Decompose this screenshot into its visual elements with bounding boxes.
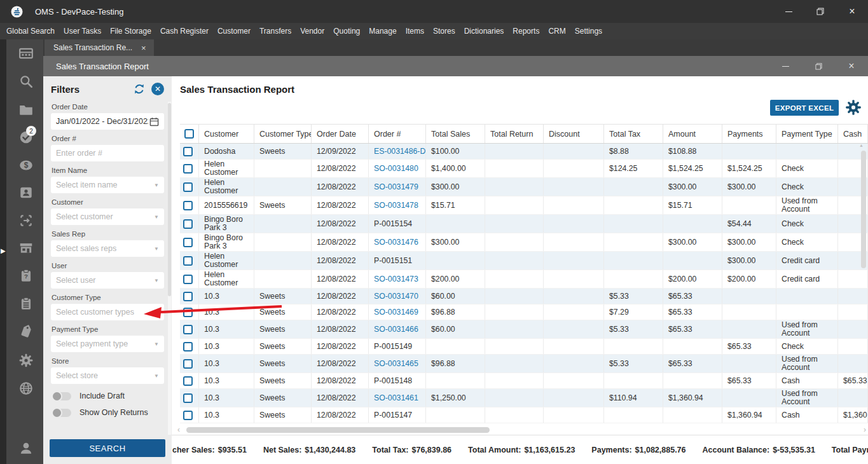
search-button[interactable]: SEARCH	[50, 439, 165, 457]
menu-item[interactable]: Settings	[570, 27, 607, 36]
table-row[interactable]: Helen Customer 12/08/2022 SO-0031480 $1,…	[180, 160, 868, 178]
order-number-link[interactable]: P-0015149	[374, 343, 412, 351]
row-checkbox[interactable]	[183, 342, 193, 351]
select-all-checkbox[interactable]	[184, 129, 194, 139]
menu-item[interactable]: Global Search	[2, 27, 59, 36]
sales-rep-select[interactable]: Select sales reps ▼	[51, 240, 164, 257]
order-number-link[interactable]: ES-0031486-D	[374, 147, 425, 156]
customer-card-icon[interactable]	[18, 185, 34, 200]
order-number-link[interactable]: P-0015148	[374, 377, 412, 385]
table-row[interactable]: Helen Customer 12/08/2022 SO-0031473 $20…	[180, 270, 868, 289]
refresh-icon[interactable]	[133, 83, 146, 95]
row-checkbox[interactable]	[183, 376, 193, 386]
table-row[interactable]: 10.3 Sweets 12/08/2022 P-0015148 $65.33 …	[180, 373, 868, 389]
table-row[interactable]: Helen Customer 12/08/2022 SO-0031479 $30…	[180, 178, 868, 196]
order-number-link[interactable]: SO-0031473	[374, 275, 418, 283]
horizontal-scrollbar[interactable]: ‹ ›	[180, 426, 866, 434]
calendar-icon[interactable]	[149, 117, 159, 126]
manage-clipboard-icon[interactable]	[18, 296, 34, 311]
table-row[interactable]: 10.3 Sweets 12/08/2022 SO-0031466 $60.00…	[180, 320, 868, 339]
table-row[interactable]: 10.3 Sweets 12/08/2022 SO-0031465 $96.88…	[180, 355, 868, 373]
inner-restore-icon[interactable]	[802, 56, 835, 76]
order-number-link[interactable]: SO-0031476	[374, 238, 418, 247]
row-checkbox[interactable]	[183, 393, 193, 403]
col-header-payments[interactable]: Payments	[722, 125, 776, 143]
row-checkbox[interactable]	[183, 256, 193, 266]
row-checkbox[interactable]	[183, 219, 193, 229]
order-date-input[interactable]: Jan/01/2022 - Dec/31/2022	[51, 113, 164, 130]
order-number-link[interactable]: P-0015154	[374, 220, 412, 228]
order-number-link[interactable]: SO-0031478	[374, 201, 418, 210]
row-checkbox[interactable]	[183, 359, 193, 369]
col-header-payment-type[interactable]: Payment Type	[776, 125, 838, 143]
settings-gear-icon[interactable]	[18, 353, 34, 368]
menu-item[interactable]: Vendor	[296, 27, 329, 36]
order-number-link[interactable]: P-0015151	[374, 257, 412, 265]
customer-select[interactable]: Select customer ▼	[51, 208, 164, 225]
row-checkbox[interactable]	[183, 275, 193, 284]
tag-icon[interactable]	[18, 324, 34, 339]
table-row[interactable]: 2015556619 Sweets 12/08/2022 SO-0031478 …	[180, 196, 868, 215]
row-checkbox[interactable]	[183, 325, 193, 334]
vertical-scrollbar-thumb[interactable]	[861, 151, 866, 268]
show-only-returns-toggle[interactable]	[52, 409, 71, 417]
col-header-customer-type[interactable]: Customer Type	[254, 125, 312, 143]
table-row[interactable]: Dodosha Sweets 12/09/2022 ES-0031486-D $…	[180, 144, 868, 160]
order-number-link[interactable]: SO-0031461	[374, 394, 418, 402]
order-number-link[interactable]: SO-0031466	[374, 325, 418, 334]
table-row[interactable]: Bingo Boro Park 3 12/08/2022 SO-0031476 …	[180, 233, 868, 252]
vertical-scrollbar[interactable]: ▲ ▼	[861, 143, 866, 416]
inner-minimize-icon[interactable]	[769, 56, 802, 76]
col-header-amount[interactable]: Amount	[663, 125, 722, 143]
tab-close-icon[interactable]: ×	[141, 43, 146, 53]
table-row[interactable]: 10.3 Sweets 12/08/2022 P-0015149 $65.33 …	[180, 339, 868, 355]
row-checkbox[interactable]	[183, 182, 193, 192]
include-draft-toggle[interactable]	[52, 392, 71, 400]
order-number-link[interactable]: SO-0031470	[374, 292, 418, 301]
payments-dollar-icon[interactable]: $	[18, 158, 34, 173]
menu-item[interactable]: Items	[401, 27, 429, 36]
menu-item[interactable]: Manage	[364, 27, 401, 36]
order-number-link[interactable]: P-0015147	[374, 411, 412, 420]
quoting-clipboard-icon[interactable]: ?	[18, 268, 34, 283]
order-number-link[interactable]: SO-0031479	[374, 183, 418, 191]
menu-item[interactable]: Stores	[429, 27, 460, 36]
menu-item[interactable]: CRM	[544, 27, 570, 36]
table-row[interactable]: 10.3 Sweets 12/08/2022 P-0015147 $1,360.…	[180, 407, 868, 423]
filters-scrollbar[interactable]	[168, 102, 171, 435]
table-row[interactable]: 10.3 Sweets 12/08/2022 SO-0031469 $96.88…	[180, 304, 868, 320]
item-name-select[interactable]: Select item name ▼	[51, 177, 164, 193]
horizontal-scrollbar-thumb[interactable]	[186, 427, 490, 433]
search-icon[interactable]	[18, 74, 34, 89]
store-icon[interactable]	[18, 240, 34, 256]
payment-type-select[interactable]: Select payment type ▼	[51, 336, 164, 352]
row-checkbox[interactable]	[183, 308, 193, 317]
tab-sales-transaction-report[interactable]: Sales Transaction Re... ×	[45, 39, 154, 56]
col-header-total-tax[interactable]: Total Tax	[604, 125, 663, 143]
table-row[interactable]: Helen Customer 12/08/2022 P-0015151 $300…	[180, 252, 868, 270]
order-number-link[interactable]: SO-0031469	[374, 308, 418, 317]
store-select[interactable]: Select store ▼	[51, 367, 164, 384]
menu-item[interactable]: Cash Register	[156, 27, 213, 36]
table-row[interactable]: Bingo Boro Park 3 12/08/2022 P-0015154 $…	[180, 215, 868, 233]
col-header-discount[interactable]: Discount	[544, 125, 604, 143]
table-row[interactable]: 10.3 Sweets 12/08/2022 SO-0031470 $60.00…	[180, 289, 868, 304]
web-globe-icon[interactable]	[18, 381, 34, 396]
menu-item[interactable]: Dictionaries	[460, 27, 509, 36]
transfers-icon[interactable]	[18, 213, 34, 228]
row-checkbox[interactable]	[183, 164, 193, 174]
export-excel-button[interactable]: EXPORT EXCEL	[770, 100, 839, 116]
row-checkbox[interactable]	[183, 411, 193, 420]
menu-item[interactable]: Customer	[213, 27, 255, 36]
order-number-link[interactable]: SO-0031480	[374, 165, 418, 173]
restore-icon[interactable]	[804, 0, 836, 23]
row-checkbox[interactable]	[183, 147, 193, 156]
col-header-total-return[interactable]: Total Return	[485, 125, 544, 143]
row-checkbox[interactable]	[183, 238, 193, 247]
order-number-input[interactable]	[51, 145, 164, 161]
order-number-link[interactable]: SO-0031465	[374, 360, 418, 368]
table-row[interactable]: 10.3 Sweets 12/08/2022 SO-0031461 $1,250…	[180, 389, 868, 407]
customer-type-select[interactable]: Select customer types ▼	[51, 304, 164, 320]
scroll-up-icon[interactable]: ▲	[859, 143, 864, 147]
col-header-order-number[interactable]: Order #	[369, 125, 426, 143]
